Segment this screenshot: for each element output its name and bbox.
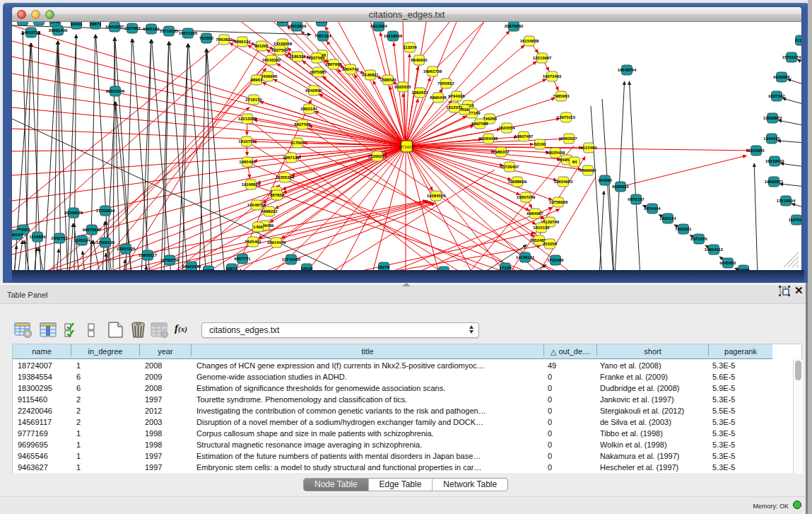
- svg-text:16961758: 16961758: [423, 69, 442, 74]
- svg-text:16053809: 16053809: [288, 24, 307, 28]
- svg-text:18279: 18279: [378, 265, 390, 269]
- svg-text:1167533: 1167533: [788, 218, 801, 222]
- svg-text:19692971: 19692971: [765, 180, 784, 184]
- svg-text:11355394: 11355394: [276, 175, 295, 180]
- svg-text:16210643: 16210643: [765, 159, 784, 163]
- svg-text:9245652: 9245652: [719, 261, 736, 265]
- svg-text:20399: 20399: [33, 22, 45, 23]
- svg-text:8640910: 8640910: [411, 58, 428, 62]
- svg-text:1610755: 1610755: [238, 139, 255, 144]
- svg-text:15751074: 15751074: [782, 55, 801, 59]
- svg-text:12093872: 12093872: [763, 116, 782, 120]
- svg-text:8990448: 8990448: [430, 95, 447, 100]
- svg-text:14055724: 14055724: [22, 30, 41, 35]
- svg-text:16543382: 16543382: [262, 58, 281, 62]
- svg-text:12975115: 12975115: [557, 115, 576, 119]
- svg-text:8427552: 8427552: [294, 122, 311, 127]
- svg-text:887833: 887833: [270, 193, 285, 197]
- svg-text:8322035: 8322035: [394, 85, 411, 89]
- svg-text:7986372: 7986372: [493, 150, 510, 154]
- svg-text:8938923: 8938923: [612, 185, 629, 189]
- svg-text:19218506: 19218506: [384, 34, 403, 38]
- svg-text:10719185: 10719185: [160, 29, 179, 33]
- svg-text:39154: 39154: [12, 233, 23, 237]
- svg-text:2867608: 2867608: [325, 62, 342, 66]
- svg-text:17957225: 17957225: [117, 247, 136, 251]
- svg-text:17359934: 17359934: [96, 209, 115, 213]
- svg-text:10653287: 10653287: [105, 25, 124, 29]
- svg-text:20206576: 20206576: [64, 211, 83, 215]
- svg-text:10973493: 10973493: [543, 74, 562, 78]
- svg-text:19654923: 19654923: [554, 180, 573, 184]
- svg-text:9227342: 9227342: [768, 94, 785, 98]
- svg-text:12213382: 12213382: [238, 117, 257, 121]
- svg-text:1615152: 1615152: [533, 226, 550, 230]
- svg-text:1156829: 1156829: [29, 235, 46, 239]
- svg-text:9115460: 9115460: [580, 146, 597, 150]
- svg-text:9242845: 9242845: [305, 88, 322, 93]
- svg-text:113254: 113254: [403, 45, 417, 49]
- svg-text:8186328: 8186328: [289, 54, 306, 59]
- svg-text:19756928: 19756928: [549, 200, 568, 204]
- svg-text:7663822: 7663822: [216, 37, 233, 42]
- svg-text:891295: 891295: [254, 44, 269, 48]
- svg-text:3875685: 3875685: [310, 70, 326, 74]
- svg-text:9084067: 9084067: [526, 211, 543, 216]
- svg-text:10025458: 10025458: [546, 151, 565, 155]
- svg-text:16323: 16323: [17, 22, 29, 23]
- svg-text:8471676: 8471676: [690, 237, 707, 241]
- svg-text:16914479: 16914479: [267, 240, 286, 245]
- svg-text:9474444: 9474444: [644, 206, 661, 211]
- svg-text:25300273: 25300273: [368, 154, 387, 158]
- svg-text:1965493: 1965493: [239, 160, 256, 164]
- svg-text:20691406: 20691406: [49, 28, 68, 33]
- svg-text:15720407: 15720407: [500, 165, 519, 169]
- svg-text:6497568: 6497568: [471, 122, 488, 126]
- svg-text:10958117: 10958117: [139, 253, 158, 257]
- svg-text:16391: 16391: [277, 22, 289, 23]
- svg-text:10431: 10431: [71, 22, 83, 26]
- svg-text:2803144: 2803144: [300, 107, 317, 111]
- svg-text:10923448: 10923448: [182, 264, 201, 269]
- svg-text:8215955: 8215955: [748, 148, 765, 153]
- svg-text:7955812: 7955812: [437, 81, 454, 86]
- svg-text:6466160: 6466160: [143, 27, 160, 31]
- svg-text:17046756: 17046756: [247, 203, 266, 207]
- svg-text:10807487: 10807487: [514, 134, 534, 139]
- svg-text:20364436: 20364436: [479, 136, 498, 141]
- svg-text:19166829: 19166829: [242, 182, 261, 187]
- svg-text:1612071: 1612071: [446, 105, 463, 110]
- svg-text:98961: 98961: [251, 78, 263, 82]
- svg-text:2942757: 2942757: [51, 236, 68, 240]
- svg-text:62160: 62160: [534, 142, 546, 146]
- svg-text:6479197: 6479197: [628, 197, 645, 201]
- svg-text:10654112: 10654112: [705, 247, 724, 252]
- svg-text:8454749: 8454749: [342, 67, 359, 71]
- svg-text:1145194: 1145194: [73, 238, 90, 243]
- svg-text:15716485: 15716485: [282, 257, 301, 262]
- svg-text:3267130: 3267130: [283, 156, 300, 160]
- svg-text:9794028: 9794028: [448, 94, 465, 98]
- svg-text:16648764: 16648764: [618, 68, 637, 72]
- svg-text:99975687: 99975687: [83, 228, 102, 232]
- svg-text:2718170: 2718170: [245, 98, 262, 102]
- svg-text:12505135: 12505135: [96, 240, 115, 245]
- svg-text:19384554: 19384554: [427, 194, 446, 198]
- svg-text:84: 84: [572, 160, 577, 164]
- svg-text:1244415: 1244415: [763, 136, 780, 141]
- svg-text:7357224: 7357224: [314, 34, 331, 38]
- svg-text:16671385: 16671385: [179, 31, 198, 35]
- svg-text:15807249: 15807249: [517, 195, 536, 199]
- svg-text:1362615: 1362615: [411, 90, 428, 95]
- svg-text:10688609: 10688609: [508, 180, 527, 184]
- svg-text:9657771: 9657771: [234, 257, 251, 261]
- svg-text:88130: 88130: [316, 22, 328, 23]
- svg-text:14136141: 14136141: [516, 255, 535, 259]
- svg-text:9463627: 9463627: [560, 136, 577, 141]
- svg-text:16154838: 16154838: [520, 39, 539, 43]
- svg-text:1588520: 1588520: [379, 78, 396, 82]
- svg-text:20053346: 20053346: [106, 89, 125, 93]
- svg-text:7625402: 7625402: [245, 240, 261, 244]
- svg-text:8660124: 8660124: [234, 40, 251, 44]
- svg-text:12213967: 12213967: [533, 56, 552, 60]
